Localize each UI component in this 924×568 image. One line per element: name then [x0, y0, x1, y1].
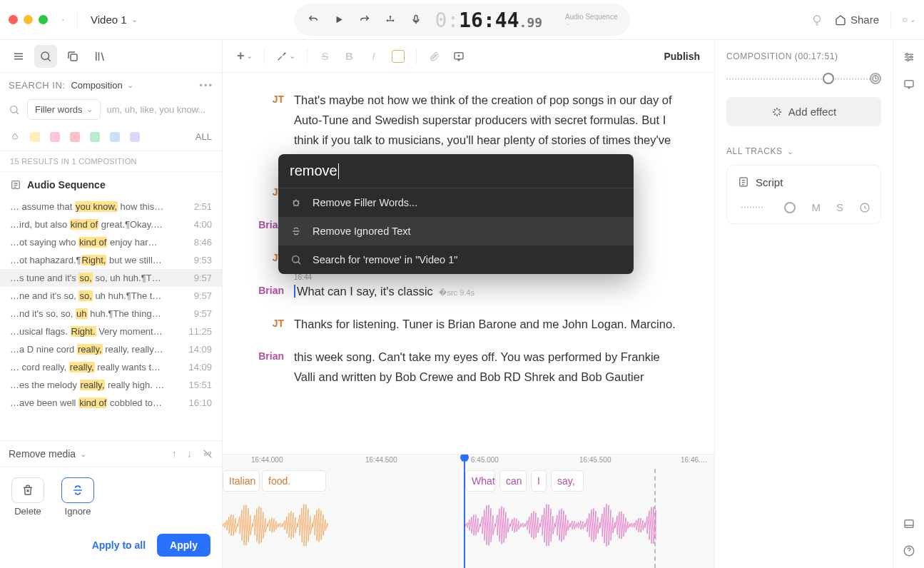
palette-item[interactable]: Search for 'remove' in "Video 1": [278, 245, 634, 274]
library-icon[interactable]: [88, 45, 111, 68]
transcript-text[interactable]: Thanks for listening. Tuner is Brian Bar…: [294, 314, 681, 334]
play-icon[interactable]: [332, 15, 345, 25]
search-icon[interactable]: [34, 45, 57, 68]
color-swatch-green[interactable]: [90, 132, 100, 142]
palette-input[interactable]: remove: [278, 154, 634, 188]
timeline-word[interactable]: I: [531, 470, 547, 492]
slider-handle-icon[interactable]: [823, 73, 834, 84]
close-window-icon[interactable]: [9, 15, 18, 24]
strikethrough-icon[interactable]: S: [319, 50, 332, 62]
undo-icon[interactable]: [307, 14, 320, 26]
help-icon[interactable]: [902, 544, 916, 558]
palette-item[interactable]: Remove Filler Words...: [278, 188, 634, 217]
slider-end-icon[interactable]: [870, 73, 881, 84]
apply-to-all-button[interactable]: Apply to all: [92, 539, 146, 551]
tracks-header[interactable]: ALL TRACKS ⌄: [726, 146, 881, 156]
color-swatch-purple[interactable]: [130, 132, 140, 142]
add-effect-button[interactable]: Add effect: [726, 97, 881, 126]
search-in-value[interactable]: Composition: [71, 80, 122, 91]
color-swatch-pink[interactable]: [50, 132, 60, 142]
project-name[interactable]: Video 1: [91, 14, 127, 26]
ignore-button[interactable]: Ignore: [61, 477, 94, 517]
redo-icon[interactable]: [358, 14, 371, 26]
search-result-item[interactable]: …ne and it's so, so, uh huh.¶The t…9:57: [0, 287, 222, 305]
panel-bottom-icon[interactable]: [902, 517, 916, 531]
speaker-label[interactable]: Brian: [255, 347, 294, 387]
speaker-label[interactable]: Brian: [255, 281, 294, 301]
search-result-item[interactable]: …ot haphazard.¶Right, but we still…9:53: [0, 251, 222, 269]
search-result-item[interactable]: …nd it's so, so, uh huh.¶The thing…9:57: [0, 305, 222, 323]
filter-pill[interactable]: Filler words ⌄: [27, 99, 101, 120]
link-off-icon[interactable]: [202, 448, 213, 460]
search-result-item[interactable]: …ave been well kind of cobbled to…16:10: [0, 394, 222, 412]
timeline[interactable]: 16:44.00016:44.5006:45.00016:45.50016:46…: [223, 454, 714, 568]
search-result-item[interactable]: …es the melody really, really high. …15:…: [0, 376, 222, 394]
color-swatch-blue[interactable]: [110, 132, 120, 142]
status-check-icon[interactable]: ⌄: [903, 14, 915, 26]
search-in-chevron-icon[interactable]: ⌄: [127, 81, 133, 90]
remove-media-row[interactable]: Remove media ⌄ ↑ ↓: [0, 441, 222, 467]
sparkle-icon[interactable]: [384, 14, 397, 26]
minimize-window-icon[interactable]: [24, 15, 33, 24]
transcript-row[interactable]: Brianthis week song. Can't take my eyes …: [255, 347, 681, 387]
color-all-button[interactable]: ALL: [196, 131, 212, 142]
transcript-text[interactable]: 16:44What can I say, it's classic �src 9…: [294, 281, 681, 301]
apply-button[interactable]: Apply: [157, 534, 210, 557]
timecode-zero: 0:: [435, 8, 460, 31]
search-result-item[interactable]: …usical flags. Right. Very moment…11:25: [0, 323, 222, 340]
wand-icon[interactable]: ⌄: [276, 51, 295, 62]
search-result-item[interactable]: … assume that you know, how this…2:51: [0, 198, 222, 215]
project-chevron-icon[interactable]: ⌄: [131, 15, 138, 24]
transcript-row[interactable]: JTThanks for listening. Tuner is Brian B…: [255, 314, 681, 334]
search-in-more-icon[interactable]: •••: [199, 80, 213, 91]
search-result-item[interactable]: …a D nine cord really, really, really…14…: [0, 340, 222, 358]
composition-slider[interactable]: [726, 71, 881, 87]
publish-button[interactable]: Publish: [664, 51, 700, 62]
timeline-word[interactable]: food.: [262, 470, 326, 492]
filter-search-icon[interactable]: [9, 104, 21, 116]
color-swatch-red[interactable]: [70, 132, 80, 142]
track-clock-icon[interactable]: [859, 202, 870, 213]
search-result-item[interactable]: … cord really, really, really wants t…14…: [0, 358, 222, 376]
timeline-word[interactable]: What: [465, 470, 495, 492]
comment-icon[interactable]: [452, 50, 465, 63]
bold-icon[interactable]: B: [343, 50, 356, 62]
share-button[interactable]: Share: [835, 14, 879, 26]
solo-button[interactable]: S: [836, 201, 843, 213]
chat-icon[interactable]: [902, 77, 916, 91]
search-result-item[interactable]: …ot saying who kind of enjoy har…8:46: [0, 233, 222, 251]
result-list[interactable]: … assume that you know, how this…2:51…ir…: [0, 198, 222, 440]
nav-up-icon[interactable]: ↑: [172, 448, 177, 460]
add-icon[interactable]: +⌄: [237, 49, 253, 64]
attachment-icon[interactable]: [428, 51, 441, 62]
playhead[interactable]: [464, 455, 465, 568]
transcript-text[interactable]: this week song. Can't take my eyes off. …: [294, 347, 681, 387]
speaker-label[interactable]: JT: [255, 314, 294, 334]
script-card[interactable]: Script M S: [726, 165, 881, 224]
nav-down-icon[interactable]: ↓: [187, 448, 192, 460]
italic-icon[interactable]: I: [367, 50, 380, 62]
timecode-label[interactable]: Audio Sequence ⌄: [565, 14, 617, 26]
track-circle-icon[interactable]: [784, 202, 796, 213]
sequence-title[interactable]: Audio Sequence: [0, 172, 222, 198]
hint-bulb-icon[interactable]: [811, 14, 823, 26]
search-result-item[interactable]: …ird, but also kind of great.¶Okay.…4:00: [0, 215, 222, 233]
app-logo-icon[interactable]: [62, 12, 78, 28]
drop-icon[interactable]: [10, 132, 20, 142]
filter-placeholder[interactable]: um, uh, like, you know...: [106, 104, 213, 115]
highlight-color-icon[interactable]: [392, 50, 405, 63]
copy-icon[interactable]: [61, 45, 84, 68]
timeline-word[interactable]: say,: [551, 470, 584, 492]
search-result-item[interactable]: …s tune and it's so, so, uh huh.¶T…9:57: [0, 269, 222, 287]
mute-button[interactable]: M: [811, 201, 821, 213]
timeline-word[interactable]: can: [499, 470, 527, 492]
maximize-window-icon[interactable]: [39, 15, 48, 24]
palette-item[interactable]: Remove Ignored Text: [278, 217, 634, 245]
microphone-icon[interactable]: [410, 14, 422, 26]
settings-sliders-icon[interactable]: [902, 50, 916, 64]
delete-button[interactable]: Delete: [11, 477, 44, 517]
transcript-row[interactable]: Brian16:44What can I say, it's classic �…: [255, 281, 681, 301]
timeline-word[interactable]: Italian: [223, 470, 260, 492]
color-swatch-yellow[interactable]: [30, 132, 40, 142]
hamburger-icon[interactable]: [7, 45, 30, 68]
